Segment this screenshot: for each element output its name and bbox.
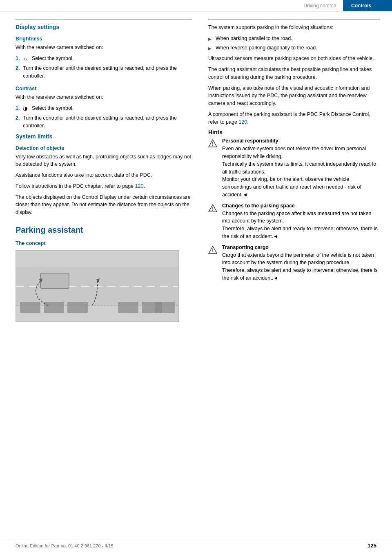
right-p5-post: . xyxy=(247,119,248,125)
detection-p3-link[interactable]: 120 xyxy=(135,183,144,189)
hint-parking-space: ! Changes to the parking space Changes t… xyxy=(208,203,380,240)
svg-text:!: ! xyxy=(212,248,214,254)
right-column: The system supports parking in the follo… xyxy=(200,19,392,326)
hint-warning-icon-2: ! xyxy=(208,204,220,214)
header-driving-comfort: Driving comfort xyxy=(297,3,343,9)
hint-1-body: Even an active system does not relieve t… xyxy=(222,145,380,198)
brightness-title: Brightness xyxy=(16,36,192,42)
step-num-1: 1. xyxy=(16,55,23,62)
svg-rect-6 xyxy=(118,302,138,313)
footer-text: Online Edition for Part no. 01 40 2 961 … xyxy=(16,543,114,548)
hint-3-body: Cargo that extends beyond the perimeter … xyxy=(222,251,380,282)
brightness-intro: With the rearview camera switched on: xyxy=(16,44,192,51)
detection-p2: Assistance functions also take into acco… xyxy=(16,171,192,179)
brightness-step-1: 1. ☼ Select the symbol. xyxy=(16,55,192,63)
hint-warning-icon-3: ! xyxy=(208,245,220,256)
contrast-icon: ◑ xyxy=(23,105,32,113)
detection-title: Detection of objects xyxy=(16,145,192,151)
page-header: Driving comfort Controls xyxy=(0,0,392,11)
hint-transporting-cargo: ! Transporting cargo Cargo that extends … xyxy=(208,245,380,282)
brightness-step-1-text: Select the symbol. xyxy=(32,55,192,62)
hint-personal-responsibility: ! Personal responsibility Even an active… xyxy=(208,138,380,198)
main-content: Display settings Brightness With the rea… xyxy=(0,11,392,326)
right-p1: The system supports parking in the follo… xyxy=(208,24,380,31)
top-separator xyxy=(16,19,192,20)
brightness-step-2: 2. Turn the controller until the desired… xyxy=(16,64,192,80)
the-concept-title: The concept xyxy=(16,240,192,246)
contrast-step-num-1: 1. xyxy=(16,105,23,112)
hints-title: Hints xyxy=(208,129,380,136)
hint-2-subtitle: Changes to the parking space xyxy=(222,203,380,209)
header-controls: Controls xyxy=(343,0,392,11)
detection-p4: The objects displayed on the Control Dis… xyxy=(16,193,192,216)
contrast-steps: 1. ◑ Select the symbol. 2. Turn the cont… xyxy=(16,105,192,130)
detection-p1: Very low obstacles as well as high, prot… xyxy=(16,153,192,169)
svg-rect-4 xyxy=(44,302,64,313)
right-p2: Ultrasound sensors measure parking space… xyxy=(208,55,380,62)
contrast-step-num-2: 2. xyxy=(16,114,23,122)
svg-rect-3 xyxy=(20,302,40,313)
right-p5-link[interactable]: 120 xyxy=(238,119,247,125)
parking-image xyxy=(16,250,179,322)
detection-p3-post: . xyxy=(143,183,145,189)
bullet-item-1: ▶ When parking parallel to the road. xyxy=(208,35,380,42)
right-p4: When parking, also take note of the visu… xyxy=(208,85,380,107)
brightness-icon: ☼ xyxy=(23,55,32,63)
detection-p3: Follow instructions in the PDC chapter, … xyxy=(16,182,192,190)
contrast-intro: With the rearview camera switched on: xyxy=(16,93,192,101)
contrast-step-1: 1. ◑ Select the symbol. xyxy=(16,105,192,113)
parking-diagram-svg xyxy=(16,251,179,322)
hint-2-content: Changes to the parking space Changes to … xyxy=(222,203,380,240)
right-top-separator xyxy=(208,19,380,20)
bullet-text-2: When reverse parking diagonally to the r… xyxy=(216,44,317,52)
bullet-text-1: When parking parallel to the road. xyxy=(216,35,292,42)
left-column: Display settings Brightness With the rea… xyxy=(0,19,200,326)
contrast-step-2: 2. Turn the controller until the desired… xyxy=(16,114,192,130)
step-num-2: 2. xyxy=(16,64,23,72)
hint-1-subtitle: Personal responsibility xyxy=(222,138,380,144)
brightness-steps: 1. ☼ Select the symbol. 2. Turn the cont… xyxy=(16,55,192,80)
detection-p3-pre: Follow instructions in the PDC chapter, … xyxy=(16,183,135,189)
svg-rect-8 xyxy=(155,302,175,313)
svg-rect-10 xyxy=(40,273,69,289)
page-footer: Online Edition for Part no. 01 40 2 961 … xyxy=(0,540,392,549)
svg-rect-5 xyxy=(67,302,88,313)
contrast-step-1-text: Select the symbol. xyxy=(32,105,192,112)
contrast-title: Contrast xyxy=(16,86,192,91)
svg-text:!: ! xyxy=(212,206,214,212)
hint-3-subtitle: Transporting cargo xyxy=(222,245,380,250)
hint-2-body: Changes to the parking space after it wa… xyxy=(222,210,380,240)
parking-assistant-title: Parking assistant xyxy=(16,225,192,235)
display-settings-title: Display settings xyxy=(16,24,192,30)
right-p5: A component of the parking assistant is … xyxy=(208,111,380,126)
footer-page: 125 xyxy=(368,543,376,549)
hints-section: Hints ! Personal responsibility Even an … xyxy=(208,129,380,282)
hint-1-content: Personal responsibility Even an active s… xyxy=(222,138,380,198)
contrast-step-2-text: Turn the controller until the desired se… xyxy=(23,114,192,130)
system-limits-title: System limits xyxy=(16,133,192,140)
svg-text:!: ! xyxy=(212,141,214,147)
bullet-arrow-2: ▶ xyxy=(208,45,216,51)
hint-3-content: Transporting cargo Cargo that extends be… xyxy=(222,245,380,282)
bullet-item-2: ▶ When reverse parking diagonally to the… xyxy=(208,44,380,52)
right-p5-pre: A component of the parking assistant is … xyxy=(208,111,370,125)
hint-warning-icon-1: ! xyxy=(208,139,220,149)
bullet-arrow-1: ▶ xyxy=(208,36,216,42)
right-bullet-list: ▶ When parking parallel to the road. ▶ W… xyxy=(208,35,380,52)
right-p3: The parking assistant calculates the bes… xyxy=(208,66,380,81)
brightness-step-2-text: Turn the controller until the desired se… xyxy=(23,64,192,80)
